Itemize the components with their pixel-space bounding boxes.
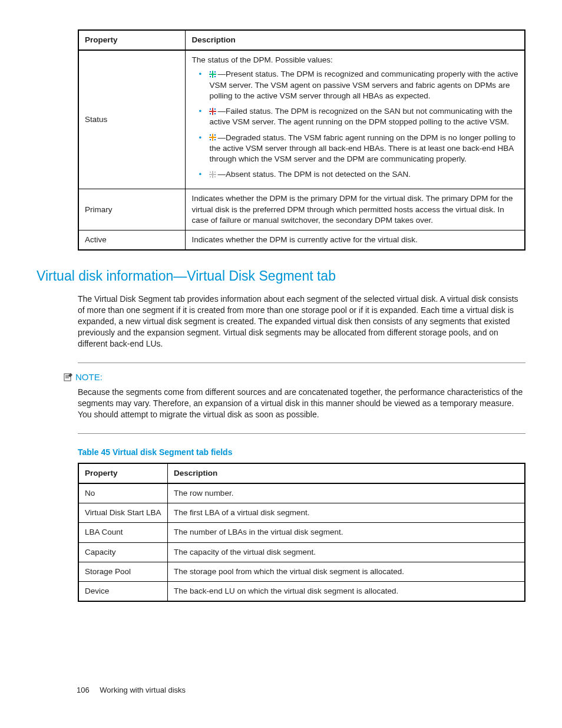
- svg-rect-22: [210, 176, 211, 177]
- col-header-description: Description: [168, 463, 525, 483]
- svg-rect-19: [209, 174, 216, 175]
- table-row: Status The status of the DPM. Possible v…: [78, 50, 525, 189]
- divider: [78, 363, 525, 363]
- svg-rect-4: [210, 76, 211, 77]
- absent-status-icon: [209, 171, 216, 178]
- cell-property: Status: [78, 50, 186, 189]
- table-row: LBA CountThe number of LBAs in the virtu…: [78, 523, 525, 542]
- cell-description: The capacity of the virtual disk segment…: [168, 542, 525, 562]
- svg-rect-21: [214, 172, 216, 173]
- svg-rect-13: [209, 137, 216, 138]
- svg-rect-10: [210, 113, 211, 114]
- table-row: Storage PoolThe storage pool from which …: [78, 562, 525, 581]
- cell-description: The number of LBAs in the virtual disk s…: [168, 523, 525, 542]
- cell-property: Capacity: [78, 542, 168, 562]
- svg-rect-2: [210, 71, 211, 73]
- svg-rect-5: [214, 76, 216, 77]
- cell-property: Virtual Disk Start LBA: [78, 503, 168, 523]
- segment-fields-table: Property Description NoThe row number. V…: [78, 463, 525, 602]
- svg-rect-9: [214, 108, 216, 110]
- svg-rect-8: [210, 108, 211, 110]
- present-status-icon: [209, 71, 216, 78]
- status-item: —Degraded status. The VSM fabric agent r…: [202, 133, 518, 165]
- cell-description: The row number.: [168, 483, 525, 503]
- cell-property: Device: [78, 582, 168, 602]
- col-header-property: Property: [78, 30, 186, 50]
- table-row: Active Indicates whether the DPM is curr…: [78, 230, 525, 251]
- status-item: —Present status. The DPM is recognized a…: [202, 69, 518, 101]
- svg-rect-16: [210, 139, 211, 140]
- svg-rect-17: [214, 139, 216, 140]
- table-row: Primary Indicates whether the DPM is the…: [78, 189, 525, 230]
- note-block: NOTE: Because the segments come from dif…: [78, 371, 525, 420]
- intro-paragraph: The Virtual Disk Segment tab provides in…: [78, 294, 525, 349]
- cell-description: Indicates whether the DPM is the primary…: [186, 189, 525, 230]
- svg-rect-3: [214, 71, 216, 73]
- table-row: NoThe row number.: [78, 483, 525, 503]
- cell-description: Indicates whether the DPM is currently a…: [186, 230, 525, 251]
- failed-status-icon: [209, 108, 216, 115]
- svg-rect-15: [214, 134, 216, 136]
- svg-rect-23: [214, 176, 216, 177]
- section-heading: Virtual disk information—Virtual Disk Se…: [37, 267, 525, 285]
- svg-rect-7: [209, 111, 216, 112]
- status-item: —Failed status. The DPM is recognized on…: [202, 106, 518, 127]
- col-header-property: Property: [78, 463, 168, 483]
- cell-property: Active: [78, 230, 186, 251]
- table-row: DeviceThe back-end LU on which the virtu…: [78, 582, 525, 602]
- cell-property: Storage Pool: [78, 562, 168, 581]
- divider: [78, 433, 525, 434]
- status-intro: The status of the DPM. Possible values:: [191, 55, 518, 65]
- note-icon: [64, 373, 73, 381]
- svg-rect-1: [209, 74, 216, 75]
- cell-property: Primary: [78, 189, 186, 230]
- table-caption: Table 45 Virtual disk Segment tab fields: [78, 447, 525, 458]
- note-label: NOTE:: [75, 371, 103, 383]
- svg-rect-20: [210, 172, 211, 173]
- cell-description: The back-end LU on which the virtual dis…: [168, 582, 525, 602]
- cell-description: The status of the DPM. Possible values: …: [186, 50, 525, 189]
- degraded-status-icon: [209, 134, 216, 141]
- table-row: Virtual Disk Start LBAThe first LBA of a…: [78, 503, 525, 523]
- status-table: Property Description Status The status o…: [78, 29, 525, 251]
- cell-property: LBA Count: [78, 523, 168, 542]
- cell-description: The first LBA of a virtual disk segment.: [168, 503, 525, 523]
- cell-description: The storage pool from which the virtual …: [168, 562, 525, 581]
- note-body: Because the segments come from different…: [78, 387, 525, 420]
- status-item: —Absent status. The DPM is not detected …: [202, 169, 518, 180]
- cell-property: No: [78, 483, 168, 503]
- table-row: CapacityThe capacity of the virtual disk…: [78, 542, 525, 562]
- col-header-description: Description: [186, 30, 525, 50]
- svg-rect-14: [210, 134, 211, 136]
- svg-rect-11: [214, 113, 216, 114]
